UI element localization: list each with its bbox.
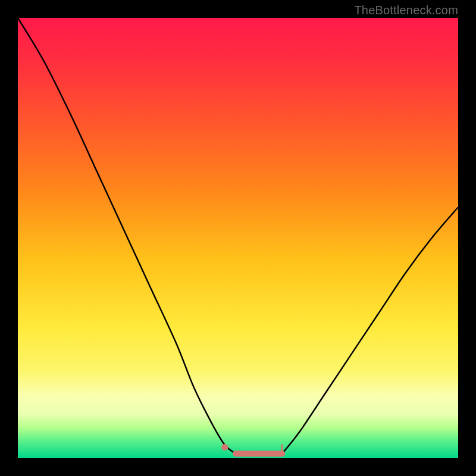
chart-frame: TheBottleneck.com (0, 0, 476, 476)
chart-svg (18, 18, 458, 458)
plot-area (18, 18, 458, 458)
watermark-text: TheBottleneck.com (354, 4, 458, 17)
left-curve-line (18, 18, 236, 454)
right-curve-line (282, 207, 458, 453)
flat-segment-dot (221, 444, 228, 450)
